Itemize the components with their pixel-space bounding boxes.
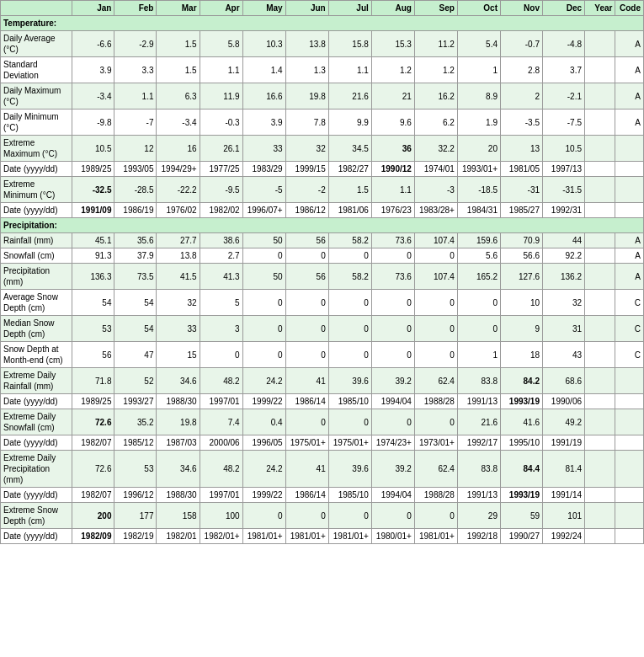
column-header: Dec [543, 1, 585, 16]
data-cell: 1983/29 [242, 162, 285, 177]
data-cell [585, 290, 615, 316]
data-cell: 9 [500, 316, 542, 342]
data-cell: 0 [328, 409, 371, 435]
data-cell [615, 203, 644, 218]
data-cell: 1990/12 [371, 162, 414, 177]
data-cell: 1993/05 [114, 162, 157, 177]
data-cell: 1992/24 [543, 529, 585, 544]
data-cell: 20 [457, 136, 500, 162]
row-label: Daily Average (°C) [1, 31, 72, 57]
data-cell: 54 [114, 290, 157, 316]
data-cell: 13 [500, 136, 542, 162]
data-cell: 83.8 [457, 368, 500, 394]
data-cell: 1994/29+ [157, 162, 200, 177]
data-cell: 1988/30 [157, 488, 200, 503]
data-cell: 2000/06 [200, 435, 242, 451]
table-row: Median Snow Depth (cm)5354333000000931C [1, 316, 644, 342]
data-cell: 48.2 [200, 451, 242, 488]
data-cell [585, 342, 615, 368]
data-cell: 5 [200, 290, 242, 316]
data-cell: 0 [285, 409, 328, 435]
data-cell: 1.2 [414, 57, 457, 83]
data-cell: 107.4 [414, 264, 457, 290]
data-cell: -28.5 [114, 177, 157, 203]
table-row: Average Snow Depth (cm)54543250000001032… [1, 290, 644, 316]
data-cell [585, 368, 615, 394]
data-cell: 1982/01 [157, 529, 200, 544]
data-cell: 1985/12 [114, 435, 157, 451]
data-cell: 1 [457, 57, 500, 83]
column-header: Apr [200, 1, 242, 16]
data-cell [585, 110, 615, 136]
data-cell: 7.4 [200, 409, 242, 435]
data-cell: 11.9 [200, 83, 242, 110]
data-cell: 32 [157, 290, 200, 316]
column-header: Jun [285, 1, 328, 16]
data-cell: 0 [328, 316, 371, 342]
data-cell [585, 316, 615, 342]
data-cell: 62.4 [414, 451, 457, 488]
data-cell: 0 [371, 290, 414, 316]
data-cell: 18 [500, 342, 542, 368]
data-cell: 0 [242, 503, 285, 529]
table-header: JanFebMarAprMayJunJulAugSepOctNovDecYear… [1, 1, 644, 16]
column-header: Oct [457, 1, 500, 16]
data-cell: 41.6 [500, 409, 542, 435]
column-header: Aug [371, 1, 414, 16]
table-row: Date (yyyy/dd)1982/071996/121988/301997/… [1, 488, 644, 503]
row-label: Precipitation (mm) [1, 264, 72, 290]
data-cell: 34.5 [328, 136, 371, 162]
data-cell: 34.6 [157, 451, 200, 488]
data-cell: A [615, 57, 644, 83]
data-cell: 29 [457, 503, 500, 529]
data-cell: 33 [242, 136, 285, 162]
data-cell: 0 [285, 290, 328, 316]
row-label: Date (yyyy/dd) [1, 529, 72, 544]
table-row: Extreme Daily Rainfall (mm)71.85234.648.… [1, 368, 644, 394]
data-cell: 1996/05 [242, 435, 285, 451]
data-cell: 1981/01+ [285, 529, 328, 544]
data-cell [615, 368, 644, 394]
column-header: Sep [414, 1, 457, 16]
data-cell: 1987/03 [157, 435, 200, 451]
data-cell: 56 [285, 233, 328, 248]
data-cell: 2 [500, 83, 542, 110]
data-cell: 136.3 [72, 264, 114, 290]
data-cell: 1988/30 [157, 394, 200, 409]
data-cell: 10.5 [72, 136, 114, 162]
data-cell: -0.3 [200, 110, 242, 136]
data-cell: 72.6 [72, 451, 114, 488]
data-cell: 1.4 [242, 57, 285, 83]
data-cell: 41 [285, 451, 328, 488]
data-cell: 1.2 [371, 57, 414, 83]
data-cell: 1989/25 [72, 394, 114, 409]
data-cell: 5.4 [457, 31, 500, 57]
data-cell: 1.5 [328, 177, 371, 203]
data-cell: 1981/01+ [242, 529, 285, 544]
data-cell: 71.8 [72, 368, 114, 394]
data-cell: 19.8 [285, 83, 328, 110]
column-header: Code [615, 1, 644, 16]
data-cell: 1996/07+ [242, 203, 285, 218]
data-cell: 1986/19 [114, 203, 157, 218]
data-cell: 0 [371, 409, 414, 435]
table-row: Date (yyyy/dd)1982/071985/121987/032000/… [1, 435, 644, 451]
data-cell: 1999/15 [285, 162, 328, 177]
table-row: Date (yyyy/dd)1989/251993/271988/301997/… [1, 394, 644, 409]
data-cell: 6.2 [414, 110, 457, 136]
data-cell: 13.8 [285, 31, 328, 57]
column-header: Jan [72, 1, 114, 16]
data-cell: 1981/01+ [328, 529, 371, 544]
data-cell [585, 162, 615, 177]
data-cell: 10.3 [242, 31, 285, 57]
data-cell: 5.8 [200, 31, 242, 57]
data-cell: 1973/01+ [414, 435, 457, 451]
data-cell: A [615, 248, 644, 264]
data-cell: 6.3 [157, 83, 200, 110]
data-cell: 1988/28 [414, 488, 457, 503]
data-cell: 0 [414, 316, 457, 342]
table-row: Snowfall (cm)91.337.913.82.7000005.656.6… [1, 248, 644, 264]
data-cell: 0 [414, 342, 457, 368]
data-cell: 1982/01+ [200, 529, 242, 544]
data-cell [585, 451, 615, 488]
